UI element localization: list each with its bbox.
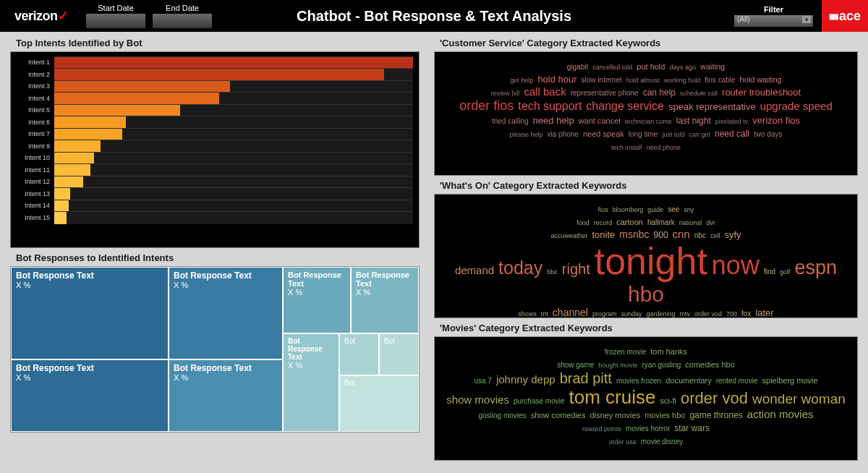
cloud-word[interactable]: fios xyxy=(598,207,608,213)
cloud-word[interactable]: bloomberg xyxy=(613,207,644,213)
cloud-word[interactable]: now xyxy=(712,252,760,279)
cloud-word[interactable]: spielberg movie xyxy=(762,377,818,385)
cloud-word[interactable]: order vod xyxy=(681,390,748,406)
cloud-word[interactable]: syfy xyxy=(724,230,741,240)
cloud-word[interactable]: shows xyxy=(518,311,537,318)
cloud-word[interactable]: slow internet xyxy=(582,77,622,85)
bar-row[interactable]: Intent 3 xyxy=(12,80,413,93)
cloud-word[interactable]: movies hbo xyxy=(644,412,685,420)
cloud-word[interactable]: order usa xyxy=(609,439,637,446)
cloud-word[interactable]: schedule call xyxy=(680,90,718,97)
cloud-word[interactable]: upgrade speed xyxy=(760,101,833,112)
cloud-word[interactable]: need call xyxy=(715,129,749,139)
cloud-word[interactable]: show comedies xyxy=(531,412,586,420)
cloud-word[interactable]: tech support xyxy=(518,101,582,113)
cloud-word[interactable]: demand xyxy=(455,265,494,276)
cloud-word[interactable]: purchase movie xyxy=(514,398,565,406)
cloud-word[interactable]: msnbc xyxy=(619,229,649,240)
cloud-word[interactable]: game thrones xyxy=(689,411,742,420)
start-date-input[interactable] xyxy=(86,14,145,28)
cloud-word[interactable]: sny xyxy=(684,207,694,213)
cloud-word[interactable]: waiting xyxy=(700,63,725,72)
cloud-word[interactable]: tnt xyxy=(541,311,548,318)
cloud-word[interactable]: review bill xyxy=(491,90,520,97)
cloud-word[interactable]: can help xyxy=(643,88,676,98)
treemap-cell[interactable]: Bot Response TextX % xyxy=(11,359,169,432)
bar-row[interactable]: Intent 5 xyxy=(12,104,413,116)
cloud-word[interactable]: johnny depp xyxy=(496,374,556,385)
cloud-word[interactable]: cnn xyxy=(673,229,690,240)
cloud-word[interactable]: comedies hbo xyxy=(685,361,735,370)
cloud-word[interactable]: two days xyxy=(754,131,782,139)
cloud-word[interactable]: record xyxy=(594,220,613,226)
cloud-word[interactable]: cell xyxy=(710,233,720,239)
cloud-word[interactable]: change service xyxy=(586,101,664,113)
bar-row[interactable]: Intent 9 xyxy=(12,140,413,153)
cloud-word[interactable]: hbo xyxy=(628,283,664,306)
cloud-word[interactable]: order vod xyxy=(694,311,722,318)
cloud-word[interactable]: speak representative xyxy=(668,102,756,112)
cloud-word[interactable]: tom hanks xyxy=(650,348,687,357)
cloud-word[interactable]: need speak xyxy=(583,130,624,139)
cloud-word[interactable]: reward points xyxy=(582,426,621,432)
treemap-cell[interactable]: Bot Response TextX % xyxy=(283,333,339,432)
treemap-cell[interactable]: Bot Response TextX % xyxy=(169,359,283,432)
cloud-word[interactable]: rented movie xyxy=(716,378,758,385)
cloud-word[interactable]: nbc xyxy=(694,232,706,240)
cloud-word[interactable]: usa 7 xyxy=(474,378,491,385)
cloud-word[interactable]: representative phone xyxy=(571,90,639,98)
cloud-word[interactable]: can get xyxy=(689,132,710,138)
cloud-word[interactable]: hold almost xyxy=(626,77,660,84)
cloud-word[interactable]: show game xyxy=(557,362,594,370)
cloud-word[interactable]: fox xyxy=(741,310,751,318)
cloud-word[interactable]: long time xyxy=(629,131,658,139)
cloud-word[interactable]: bought movie xyxy=(598,362,637,369)
cloud-word[interactable]: food xyxy=(576,220,590,226)
bar-row[interactable]: Intent 10 xyxy=(12,152,413,164)
cloud-word[interactable]: later xyxy=(755,308,773,318)
cloud-word[interactable]: disney movies xyxy=(590,412,640,420)
cloud-word[interactable]: tried calling xyxy=(492,118,529,126)
cloud-word[interactable]: gardening xyxy=(646,311,675,318)
cloud-word[interactable]: cartoon xyxy=(616,218,643,227)
bar-row[interactable]: Intent 11 xyxy=(12,164,413,176)
bar-row[interactable]: Intent 4 xyxy=(12,93,413,105)
cloud-word[interactable]: hold hour xyxy=(537,74,576,85)
cloud-word[interactable]: movies frozen xyxy=(616,378,661,385)
cloud-word[interactable]: tonite xyxy=(592,230,616,240)
cloud-word[interactable]: movies horror xyxy=(626,425,670,433)
cloud-word[interactable]: star wars xyxy=(674,424,710,433)
bar-row[interactable]: Intent 14 xyxy=(12,200,413,212)
cloud-word[interactable]: right xyxy=(562,262,590,277)
cloud-word[interactable]: via phone xyxy=(548,131,579,139)
cloud-word[interactable]: working hold xyxy=(664,77,701,84)
cloud-word[interactable]: fios cable xyxy=(705,77,735,85)
bar-row[interactable]: Intent 2 xyxy=(12,69,413,81)
cloud-word[interactable]: find xyxy=(764,268,775,276)
filter-select[interactable]: (All) xyxy=(734,15,813,27)
cloud-word[interactable]: sci-fi xyxy=(660,397,676,406)
bar-row[interactable]: Intent 15 xyxy=(12,212,413,224)
cloud-word[interactable]: gosling movies xyxy=(478,412,526,420)
cloud-word[interactable]: action movies xyxy=(747,409,814,420)
cloud-word[interactable]: tom cruise xyxy=(569,388,655,407)
bar-row[interactable]: Intent 6 xyxy=(12,116,413,129)
cloud-word[interactable]: tonight xyxy=(595,242,707,281)
cloud-word[interactable]: show movies xyxy=(446,394,509,406)
cloud-word[interactable]: pixelated tv xyxy=(715,119,749,125)
cloud-word[interactable]: days ago xyxy=(669,64,696,71)
cloud-word[interactable]: ryan gosling xyxy=(642,362,681,370)
cloud-word[interactable]: espn xyxy=(795,257,838,278)
treemap-cell[interactable]: Bot Response TextX % xyxy=(351,267,419,333)
cloud-word[interactable]: guide xyxy=(647,207,663,213)
bar-row[interactable]: Intent 13 xyxy=(12,188,413,200)
cloud-word[interactable]: documentary xyxy=(665,377,712,385)
cloud-word[interactable]: please help xyxy=(510,132,543,138)
treemap-cell[interactable]: Bot xyxy=(339,375,419,432)
cloud-word[interactable]: last night xyxy=(676,116,711,126)
cloud-word[interactable]: national xyxy=(679,220,702,226)
cloud-word[interactable]: technician come xyxy=(625,119,672,125)
cloud-word[interactable]: need help xyxy=(533,116,574,126)
cloud-word[interactable]: put hold xyxy=(637,63,665,72)
cloud-word[interactable]: frozen movie xyxy=(605,349,646,357)
